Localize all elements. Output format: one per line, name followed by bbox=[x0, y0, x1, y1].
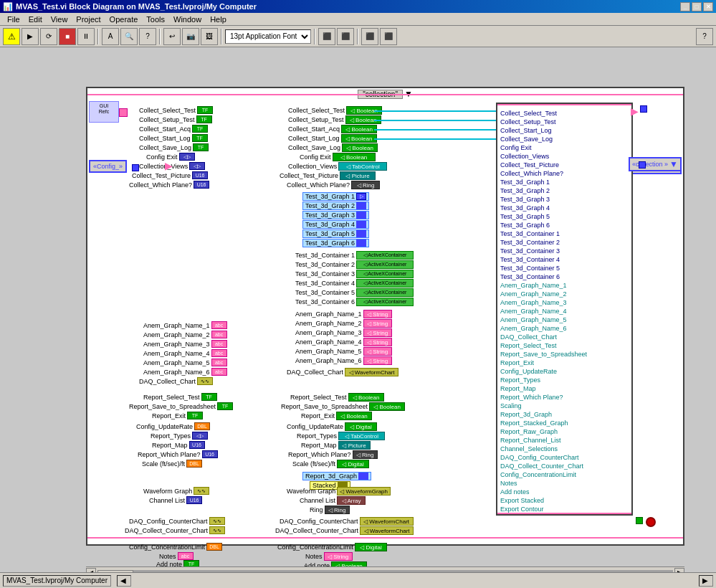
config-block: «Config_» bbox=[89, 160, 127, 173]
left-report-save: Report_Save_to_Spreadsheet TF bbox=[129, 402, 233, 410]
toolbar-search-btn[interactable]: 🔍 bbox=[120, 28, 138, 45]
menu-operate[interactable]: Operate bbox=[105, 15, 143, 24]
mid-bool-9: ◁ Boolean bbox=[336, 412, 372, 420]
gui-refc-block: GUIRefc bbox=[89, 101, 119, 123]
right-label-3d-graph-1: Test_3d_Graph 1 bbox=[500, 179, 550, 186]
left-term-collect-start-acq: Collect_Start_Acq TF bbox=[139, 125, 208, 133]
mid-config-conc: Config_ConcentrationLimit ◁ Digital bbox=[277, 543, 387, 551]
minimize-button[interactable]: _ bbox=[680, 2, 690, 11]
h-scrollbar[interactable]: ◀ ▶ bbox=[86, 566, 684, 572]
mid-active-2: ◁ ActiveXContainer bbox=[356, 260, 414, 269]
toolbar-extra2-btn[interactable]: ⬛ bbox=[380, 28, 397, 45]
toolbar-screenshot-btn[interactable]: 🖼 bbox=[201, 28, 218, 45]
mid-ring-3: ◁ Ring bbox=[325, 506, 350, 514]
left-arrow-connector: ▶ bbox=[165, 160, 173, 171]
status-bar: MVAS_Test.lvproj/My Computer ◀ ▶ bbox=[0, 572, 716, 588]
toolbar-help-btn[interactable]: ? bbox=[139, 28, 156, 45]
mid-anem-3: Anem_Graph_Name_3 ◁ String bbox=[295, 328, 392, 337]
menu-project[interactable]: Project bbox=[72, 15, 105, 24]
term-u16-5: U16 bbox=[202, 450, 218, 458]
toolbar-camera-btn[interactable]: 📷 bbox=[182, 28, 199, 45]
right-label-3d-graph-5: Test_3d_Graph 5 bbox=[500, 213, 550, 220]
term-abc-6: abc bbox=[211, 368, 227, 376]
right-label-config-exit: Config Exit bbox=[500, 144, 532, 151]
right-label-anem-4: Anem_Graph_Name_4 bbox=[500, 308, 567, 315]
toolbar-question-btn[interactable]: ? bbox=[696, 28, 713, 45]
mid-report-which-plane: Report_Which Plane? ◁ Ring bbox=[288, 450, 378, 459]
right-label-collect-start-log: Collect_Start_Log bbox=[500, 127, 552, 134]
mid-ring-1: ◁ Ring bbox=[351, 181, 380, 189]
mid-3d-graph-1: Test_3d_Graph 1 ▷ bbox=[302, 192, 369, 201]
right-collection-sq bbox=[639, 161, 646, 169]
toolbar-revert-btn[interactable]: ↩ bbox=[163, 28, 181, 45]
mid-collect-start-acq: Collect_Start_Acq ◁ Boolean bbox=[288, 125, 377, 133]
mid-anem-6: Anem_Graph_Name_6 ◁ String bbox=[295, 356, 392, 365]
mid-pic-2: ◁ Picture bbox=[338, 441, 371, 450]
left-term-collect-test-pic: Collect_Test_Picture U16 bbox=[132, 171, 208, 179]
menu-window[interactable]: Window bbox=[169, 15, 206, 24]
toolbar-run-cont-btn[interactable]: ⟳ bbox=[40, 28, 57, 45]
title-icon: 📊 bbox=[3, 2, 13, 11]
diagram-area[interactable]: "collection" ▼ GUIRefc «Config_» bbox=[0, 47, 716, 572]
right-label-export-contour: Export Contour bbox=[500, 506, 544, 513]
mid-3d-arrow-3 bbox=[356, 212, 366, 219]
term-u16-3: U16 bbox=[194, 181, 209, 189]
mid-3d-cont-6: Test_3d_Container 6 ◁ ActiveXContainer bbox=[295, 298, 414, 306]
mid-anem-2: Anem_Graph_Name_2 ◁ String bbox=[295, 319, 392, 328]
font-selector[interactable]: 13pt Application Font bbox=[225, 29, 311, 44]
right-label-export-stacked: Export Stacked bbox=[500, 497, 544, 504]
status-arrow[interactable]: ◀ bbox=[117, 575, 131, 587]
toolbar-stop-btn[interactable]: ■ bbox=[59, 28, 76, 45]
left-anem-6: Anem_Graph_Name_6 abc bbox=[143, 368, 227, 376]
toolbar-arrange-btn[interactable]: ⬛ bbox=[337, 28, 354, 45]
menu-help[interactable]: Help bbox=[206, 15, 231, 24]
mid-active-5: ◁ ActiveXContainer bbox=[356, 288, 414, 297]
menu-edit[interactable]: Edit bbox=[24, 15, 47, 24]
toolbar-pause-btn[interactable]: ⏸ bbox=[77, 28, 95, 45]
term-tf-4: TF bbox=[192, 134, 208, 142]
left-term-collect-save-log: Collect_Save_Log TF bbox=[139, 143, 209, 151]
mid-waveform: Waveform Graph ◁ WaveformGraph bbox=[287, 487, 391, 495]
toolbar-extra1-btn[interactable]: ⬛ bbox=[361, 28, 378, 45]
mid-dig-1: ◁ Digital bbox=[345, 422, 377, 431]
term-tf-6: TF bbox=[201, 393, 217, 401]
maximize-button[interactable]: □ bbox=[692, 2, 702, 11]
left-anem-4: Anem_Graph_Name_4 abc bbox=[143, 349, 227, 357]
term-abc-1: abc bbox=[211, 321, 227, 329]
right-label-collect-save-log: Collect_Save_Log bbox=[500, 136, 553, 143]
mid-anem-4: Anem_Graph_Name_4 ◁ String bbox=[295, 338, 392, 346]
right-label-which-plane: Collect_Which Plane? bbox=[500, 170, 563, 177]
right-label-report-map: Report_Map bbox=[500, 385, 536, 392]
stop-conn-circle bbox=[646, 517, 656, 527]
menu-file[interactable]: File bbox=[3, 15, 24, 24]
right-label-collect-test-pic: Collect_Test_Picture bbox=[500, 161, 559, 169]
menu-view[interactable]: View bbox=[47, 15, 72, 24]
toolbar-text-btn[interactable]: A bbox=[102, 28, 119, 45]
term-u16-1: ◁▷ bbox=[189, 162, 205, 170]
mid-collect-select: Collect_Select_Test ◁ Boolean bbox=[288, 106, 382, 115]
scroll-track[interactable] bbox=[97, 570, 673, 573]
toolbar-sep-4 bbox=[314, 29, 315, 44]
left-report-types: Report_Types ◁▷ bbox=[151, 432, 208, 440]
mid-pic-1: ◁ Picture bbox=[340, 171, 376, 180]
term-u8: ◁▷ bbox=[179, 153, 195, 161]
right-label-anem-1: Anem_Graph_Name_1 bbox=[500, 282, 567, 289]
toolbar-warning-btn[interactable]: ⚠ bbox=[3, 28, 20, 45]
scroll-left-btn[interactable]: ◀ bbox=[86, 568, 96, 573]
scroll-right-btn[interactable]: ▶ bbox=[674, 568, 684, 573]
close-button[interactable]: ✕ bbox=[703, 2, 713, 11]
mid-notes: Notes ◁ String bbox=[305, 552, 353, 561]
scroll-thumb[interactable] bbox=[97, 570, 133, 573]
mid-str-3: ◁ String bbox=[363, 328, 392, 337]
status-right-arrow[interactable]: ▶ bbox=[699, 575, 713, 587]
mid-3d-cont-4: Test_3d_Container 4 ◁ ActiveXContainer bbox=[295, 279, 414, 288]
mid-config-update: Config_UpdateRate ◁ Digital bbox=[287, 422, 377, 431]
mid-wave-3: ◁ WaveformChart bbox=[360, 517, 414, 526]
mid-collect-save-log: Collect_Save_Log ◁ Boolean bbox=[288, 143, 378, 152]
toolbar-run-btn[interactable]: ▶ bbox=[22, 28, 39, 45]
mid-daq-config: DAQ_Config_CounterChart ◁ WaveformChart bbox=[280, 517, 414, 526]
toolbar-align-btn[interactable]: ⬛ bbox=[318, 28, 335, 45]
mid-collect-test-pic: Collect_Test_Picture ◁ Picture bbox=[280, 171, 376, 180]
menu-tools[interactable]: Tools bbox=[142, 15, 169, 24]
right-label-3d-cont-1: Test_3d_Container 1 bbox=[500, 230, 560, 237]
